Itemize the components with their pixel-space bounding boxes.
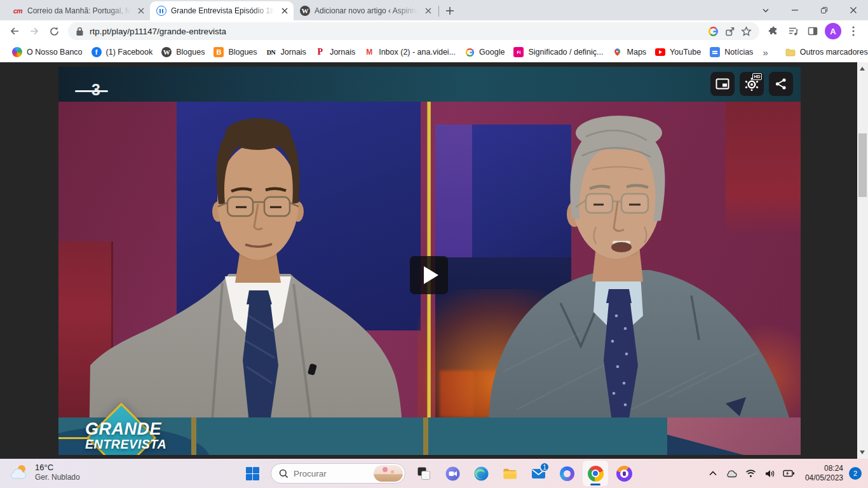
page-content: GRANDE ENTREVISTA 3 HD [0, 62, 868, 459]
clock[interactable]: 08:24 04/05/2023 [805, 464, 843, 483]
bookmark-blogues-wp[interactable]: WBlogues [157, 44, 209, 60]
wifi-icon[interactable] [742, 464, 760, 483]
windows-taskbar: 16°C Ger. Nublado 1 08:24 04/05/2023 [0, 459, 868, 488]
window-controls [751, 0, 868, 20]
pip-button[interactable] [710, 72, 735, 96]
media-controls-icon[interactable] [784, 22, 802, 40]
search-input[interactable] [294, 469, 369, 478]
bookmark-jornais-publico[interactable]: PJornais [311, 44, 360, 60]
file-explorer-button[interactable] [497, 461, 522, 486]
battery-icon[interactable] [780, 464, 798, 483]
bookmark-gmail-inbox[interactable]: MInbox (2) - ana.videi... [360, 44, 460, 60]
scroll-down-arrow[interactable] [860, 451, 865, 454]
extensions-puzzle-icon[interactable] [764, 22, 782, 40]
bookmark-blogues-blogger[interactable]: BBlogues [209, 44, 261, 60]
youtube-icon [655, 48, 665, 56]
page-scrollbar[interactable] [857, 62, 868, 459]
close-tab-icon[interactable] [135, 6, 146, 17]
tab-wordpress[interactable]: W Adicionar novo artigo ‹ Aspirina B [294, 1, 437, 20]
maps-pin-icon [613, 47, 623, 57]
close-window-button[interactable] [839, 0, 868, 20]
back-button[interactable] [6, 22, 24, 40]
desk-wedge [667, 430, 743, 455]
side-panel-icon[interactable] [804, 22, 822, 40]
chrome-button[interactable] [583, 461, 608, 486]
security-app-button[interactable] [611, 461, 637, 486]
restore-button[interactable] [810, 0, 839, 20]
chat-button[interactable] [440, 461, 465, 486]
forward-button[interactable] [25, 22, 43, 40]
bank-icon [12, 47, 22, 57]
video-player[interactable]: GRANDE ENTREVISTA 3 HD [58, 67, 801, 455]
play-button[interactable] [410, 256, 448, 294]
chrome-icon [588, 466, 604, 482]
edge-browser-button[interactable] [468, 461, 494, 486]
scrollbar-thumb[interactable] [858, 133, 867, 197]
reload-button[interactable] [45, 22, 63, 40]
bookmark-label: Jornais [330, 48, 355, 57]
weather-condition: Ger. Nublado [35, 473, 80, 482]
google-icon [465, 47, 475, 57]
chevron-down-icon[interactable] [751, 0, 780, 20]
minimize-button[interactable] [780, 0, 810, 20]
gmail-icon: M [364, 47, 374, 57]
bookmark-label: Blogues [228, 48, 257, 57]
share-icon[interactable] [724, 26, 735, 37]
tray-chevron-up-icon[interactable] [704, 464, 722, 483]
volume-icon[interactable] [761, 464, 779, 483]
microsoft-loop-button[interactable] [554, 461, 580, 486]
bookmark-jornais-dn[interactable]: DNJornais [262, 44, 311, 60]
lock-icon[interactable] [76, 27, 84, 36]
bookmark-label: Outros marcadores [800, 48, 868, 57]
new-tab-button[interactable] [442, 3, 458, 19]
rtp3-logo: 3 [92, 82, 100, 98]
bookmark-label: Google [479, 48, 505, 57]
browser-toolbar: rtp.pt/play/p11147/grande-entrevista A [0, 20, 868, 42]
bookmark-significado[interactable]: FlSignificado / definiç... [509, 44, 607, 60]
bookmark-facebook[interactable]: f(1) Facebook [87, 44, 158, 60]
share-button[interactable] [769, 72, 793, 96]
system-tray: 08:24 04/05/2023 2 [704, 459, 863, 488]
onedrive-cloud-icon[interactable] [723, 464, 741, 483]
settings-button[interactable]: HD [740, 72, 764, 96]
tab-title: Grande Entrevista Episódio 18 - d [171, 6, 275, 15]
bookmark-noticias[interactable]: Notícias [705, 44, 757, 60]
hd-badge: HD [752, 73, 762, 80]
tab-correio[interactable]: cm Correio da Manhã: Portugal, Mun [6, 1, 150, 20]
bookmark-youtube[interactable]: YouTube [651, 45, 705, 59]
tab-title: Adicionar novo artigo ‹ Aspirina B [315, 6, 418, 15]
profile-avatar[interactable]: A [825, 23, 841, 39]
url-text[interactable]: rtp.pt/play/p11147/grande-entrevista [90, 27, 702, 36]
notification-badge[interactable]: 2 [849, 467, 862, 480]
tab-grande-entrevista[interactable]: Grande Entrevista Episódio 18 - d [150, 1, 294, 20]
taskbar-search[interactable] [271, 463, 405, 484]
scroll-up-arrow[interactable] [860, 67, 865, 71]
weather-widget[interactable]: 16°C Ger. Nublado [9, 463, 80, 482]
taskbar-center: 1 [240, 461, 637, 486]
google-news-icon [710, 47, 720, 57]
google-g-icon[interactable] [708, 26, 719, 37]
play-icon [424, 266, 438, 284]
bookmark-google[interactable]: Google [460, 44, 509, 60]
bookmark-label: YouTube [670, 48, 701, 57]
task-view-button[interactable] [411, 461, 437, 486]
bookmarks-overflow-chevron[interactable]: » [757, 47, 773, 58]
bookmark-maps[interactable]: Maps [608, 44, 651, 60]
close-tab-icon[interactable] [279, 6, 290, 17]
wordpress-icon: W [161, 47, 172, 57]
kebab-menu-icon[interactable] [844, 22, 862, 40]
bookmark-label: (1) Facebook [106, 48, 153, 57]
bookmark-star-icon[interactable] [741, 26, 752, 37]
start-button[interactable] [240, 461, 265, 486]
other-bookmarks-folder[interactable]: Outros marcadores [781, 45, 868, 59]
desk-stripe [423, 417, 428, 455]
address-bar[interactable]: rtp.pt/play/p11147/grande-entrevista [68, 22, 759, 40]
logo-line-1: GRANDE [85, 420, 166, 438]
bookmark-nosso-banco[interactable]: O Nosso Banco [8, 44, 87, 60]
mail-button[interactable]: 1 [526, 461, 551, 486]
mail-unread-badge: 1 [539, 462, 550, 472]
search-highlight-image[interactable] [374, 465, 403, 482]
bookmark-label: Maps [627, 48, 647, 57]
flip-dictionary-icon: Fl [513, 47, 524, 57]
close-tab-icon[interactable] [423, 6, 433, 17]
